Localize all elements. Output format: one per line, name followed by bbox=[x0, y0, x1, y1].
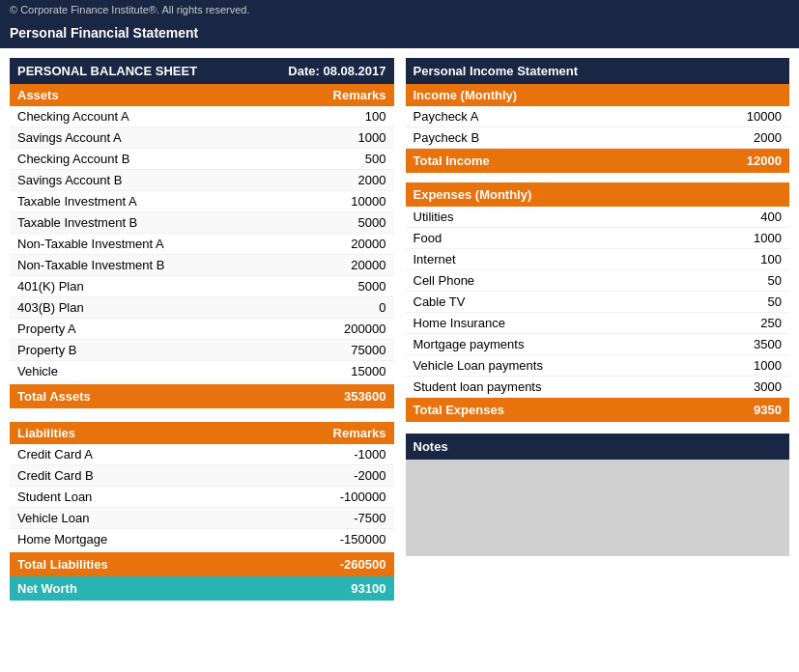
income-row: Paycheck B2000 bbox=[406, 127, 790, 149]
asset-name: Property A bbox=[17, 322, 76, 336]
notes-header: Notes bbox=[406, 434, 790, 460]
asset-row: Vehicle15000 bbox=[10, 361, 394, 382]
liability-row: Vehicle Loan-7500 bbox=[10, 508, 394, 529]
total-assets-label: Total Assets bbox=[17, 389, 91, 404]
asset-row: Taxable Investment A10000 bbox=[10, 191, 394, 212]
expense-row: Student loan payments3000 bbox=[406, 377, 790, 398]
expense-row: Internet100 bbox=[406, 249, 790, 270]
expense-row: Mortgage payments3500 bbox=[406, 334, 790, 355]
asset-row: 401(K) Plan5000 bbox=[10, 276, 394, 297]
asset-value: 15000 bbox=[319, 364, 386, 378]
asset-value: 5000 bbox=[319, 279, 386, 294]
asset-name: Taxable Investment B bbox=[17, 215, 137, 230]
income-item-value: 2000 bbox=[714, 130, 782, 145]
net-worth-value: 93100 bbox=[351, 581, 385, 596]
balance-sheet-title: PERSONAL BALANCE SHEET bbox=[17, 64, 197, 78]
expenses-table: Utilities400Food1000Internet100Cell Phon… bbox=[406, 207, 790, 398]
asset-value: 10000 bbox=[319, 194, 386, 209]
expense-item-name: Internet bbox=[414, 252, 456, 266]
asset-row: Checking Account B500 bbox=[10, 149, 394, 170]
liability-name: Home Mortgage bbox=[17, 532, 107, 546]
asset-value: 0 bbox=[319, 300, 386, 315]
app-title: Personal Financial Statement bbox=[10, 25, 198, 41]
asset-value: 1000 bbox=[319, 130, 386, 145]
asset-value: 2000 bbox=[319, 173, 386, 187]
expense-item-name: Home Insurance bbox=[414, 316, 505, 330]
total-income-row: Total Income 12000 bbox=[406, 149, 790, 173]
expense-row: Cable TV50 bbox=[406, 292, 790, 313]
income-table: Paycheck A10000Paycheck B2000 bbox=[406, 106, 790, 149]
expense-row: Cell Phone50 bbox=[406, 270, 790, 292]
total-liabilities-row: Total Liabilities -260500 bbox=[10, 552, 394, 576]
liability-value: -7500 bbox=[319, 511, 386, 525]
asset-name: Property B bbox=[17, 343, 76, 357]
liability-name: Student Loan bbox=[17, 490, 92, 504]
title-bar: Personal Financial Statement bbox=[0, 19, 799, 48]
expense-item-name: Cable TV bbox=[414, 294, 466, 309]
expense-item-name: Food bbox=[414, 231, 442, 245]
balance-sheet-header: PERSONAL BALANCE SHEET Date: 08.08.2017 bbox=[10, 58, 394, 84]
expense-item-value: 50 bbox=[714, 294, 782, 309]
liability-value: -2000 bbox=[319, 468, 386, 483]
assets-remarks-label: Remarks bbox=[333, 88, 386, 102]
total-expenses-row: Total Expenses 9350 bbox=[406, 398, 790, 422]
liability-name: Credit Card A bbox=[17, 447, 93, 462]
total-assets-row: Total Assets 353600 bbox=[10, 384, 394, 408]
asset-name: Checking Account B bbox=[17, 152, 129, 166]
net-worth-row: Net Worth 93100 bbox=[10, 576, 394, 601]
income-statement-header: Personal Income Statement bbox=[406, 58, 790, 84]
notes-section: Notes bbox=[406, 434, 790, 556]
expense-item-name: Utilities bbox=[414, 210, 454, 224]
top-bar: © Corporate Finance Institute®. All righ… bbox=[0, 0, 799, 19]
expense-row: Food1000 bbox=[406, 228, 790, 249]
total-liabilities-value: -260500 bbox=[340, 557, 386, 572]
expense-row: Home Insurance250 bbox=[406, 313, 790, 334]
asset-name: Non-Taxable Investment A bbox=[17, 237, 164, 251]
asset-name: Checking Account A bbox=[17, 109, 129, 124]
asset-name: 401(K) Plan bbox=[17, 279, 84, 294]
liabilities-remarks-label: Remarks bbox=[333, 426, 386, 440]
asset-row: Savings Account B2000 bbox=[10, 170, 394, 191]
expense-item-name: Student loan payments bbox=[414, 379, 542, 394]
expense-item-name: Vehicle Loan payments bbox=[414, 358, 543, 373]
liability-value: -150000 bbox=[319, 532, 386, 546]
left-panel: PERSONAL BALANCE SHEET Date: 08.08.2017 … bbox=[10, 58, 394, 601]
total-expenses-value: 9350 bbox=[754, 403, 782, 417]
expense-row: Vehicle Loan payments1000 bbox=[406, 355, 790, 377]
asset-value: 75000 bbox=[319, 343, 386, 357]
notes-body[interactable] bbox=[406, 460, 790, 556]
income-item-name: Paycheck B bbox=[414, 130, 480, 145]
net-worth-label: Net Worth bbox=[17, 581, 77, 596]
liabilities-col-header: Liabilities Remarks bbox=[10, 422, 394, 444]
liabilities-table: Credit Card A-1000Credit Card B-2000Stud… bbox=[10, 444, 394, 550]
asset-name: Non-Taxable Investment B bbox=[17, 258, 164, 272]
expense-item-value: 50 bbox=[714, 273, 782, 288]
liability-value: -1000 bbox=[319, 447, 386, 462]
asset-row: Property A200000 bbox=[10, 319, 394, 340]
asset-value: 500 bbox=[319, 152, 386, 166]
expenses-label: Expenses (Monthly) bbox=[414, 187, 532, 202]
asset-value: 5000 bbox=[319, 215, 386, 230]
liability-row: Home Mortgage-150000 bbox=[10, 529, 394, 550]
asset-row: Non-Taxable Investment A20000 bbox=[10, 234, 394, 255]
income-item-name: Paycheck A bbox=[414, 109, 479, 124]
asset-value: 20000 bbox=[319, 237, 386, 251]
assets-table: Checking Account A100Savings Account A10… bbox=[10, 106, 394, 382]
income-statement-title: Personal Income Statement bbox=[414, 64, 579, 78]
liabilities-section: Liabilities Remarks Credit Card A-1000Cr… bbox=[10, 422, 394, 601]
asset-name: Taxable Investment A bbox=[17, 194, 137, 209]
total-liabilities-label: Total Liabilities bbox=[17, 557, 108, 572]
asset-name: Savings Account A bbox=[17, 130, 122, 145]
income-label: Income (Monthly) bbox=[414, 88, 518, 102]
asset-row: 403(B) Plan0 bbox=[10, 297, 394, 319]
total-expenses-label: Total Expenses bbox=[414, 403, 504, 417]
expense-item-value: 3000 bbox=[714, 379, 782, 394]
expense-item-name: Cell Phone bbox=[414, 273, 475, 288]
liabilities-label: Liabilities bbox=[17, 426, 75, 440]
income-row: Paycheck A10000 bbox=[406, 106, 790, 127]
asset-value: 200000 bbox=[319, 322, 386, 336]
liability-row: Student Loan-100000 bbox=[10, 487, 394, 508]
right-panel: Personal Income Statement Income (Monthl… bbox=[406, 58, 790, 601]
asset-row: Taxable Investment B5000 bbox=[10, 212, 394, 234]
assets-label: Assets bbox=[17, 88, 59, 102]
